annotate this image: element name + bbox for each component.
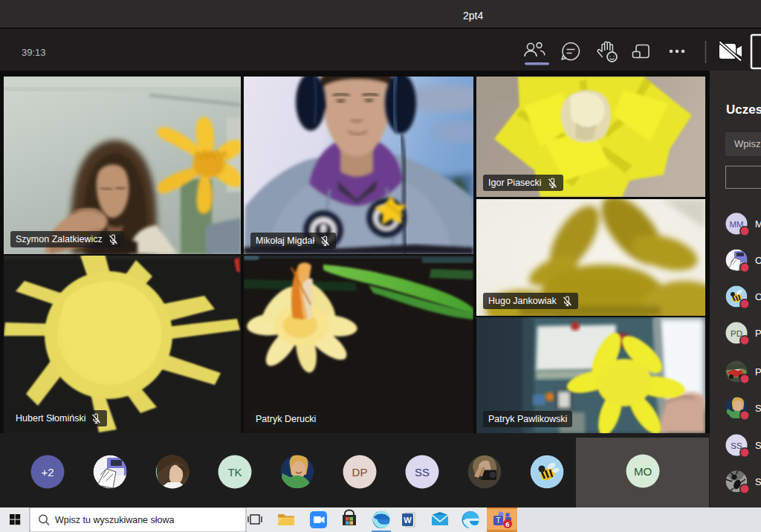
svg-text:SS: SS [415, 466, 430, 479]
svg-text:MO: MO [634, 465, 652, 478]
svg-text:W: W [404, 516, 412, 525]
svg-text:S: S [755, 440, 761, 451]
svg-text:+2: +2 [41, 466, 54, 479]
svg-text:SS: SS [731, 441, 742, 450]
svg-text:TK: TK [227, 466, 242, 479]
svg-text:P: P [755, 328, 761, 339]
svg-text:PD: PD [731, 329, 742, 338]
svg-text:Wpisz tu wyszukiwane słowa: Wpisz tu wyszukiwane słowa [55, 515, 175, 525]
svg-text:T: T [496, 516, 500, 525]
svg-text:P: P [755, 366, 761, 377]
svg-text:O: O [755, 291, 761, 302]
svg-text:6: 6 [505, 520, 509, 528]
svg-text:S: S [755, 476, 761, 487]
svg-text:S: S [755, 403, 761, 414]
svg-text:O: O [755, 255, 761, 266]
svg-text:M: M [755, 218, 761, 230]
svg-text:DP: DP [352, 466, 368, 479]
